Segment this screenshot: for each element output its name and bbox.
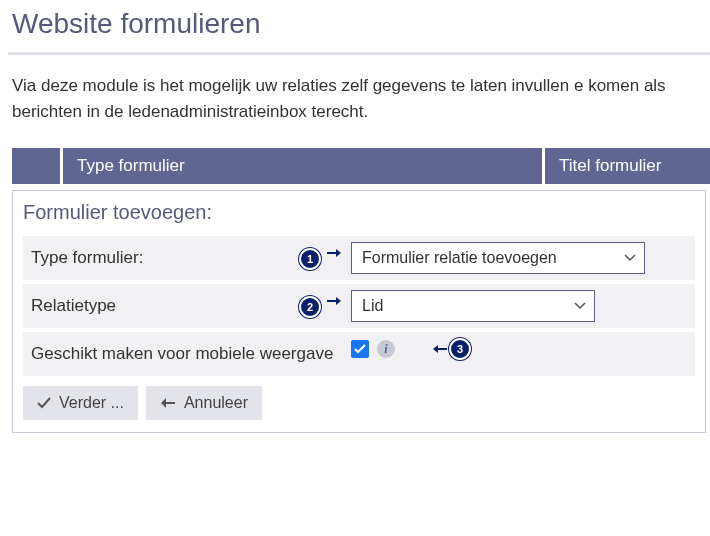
button-row: Verder ... Annuleer <box>23 386 695 420</box>
label-text: Geschikt maken voor mobiele weergave <box>31 344 341 364</box>
callout-1: 1 <box>299 248 321 270</box>
callout-3: 3 <box>449 338 471 360</box>
title-separator <box>8 52 710 55</box>
chevron-down-icon <box>624 254 636 262</box>
check-icon <box>354 344 366 354</box>
next-button[interactable]: Verder ... <box>23 386 138 420</box>
table-header-tabs: Type formulier Titel formulier <box>8 148 710 184</box>
form-heading: Formulier toevoegen: <box>23 201 695 224</box>
button-label: Verder ... <box>59 394 124 412</box>
select-type-formulier[interactable]: Formulier relatie toevoegen <box>351 242 645 274</box>
arrow-right-icon <box>327 248 341 258</box>
select-value: Formulier relatie toevoegen <box>362 249 557 266</box>
label-relatietype: Relatietype 2 <box>31 290 341 318</box>
tab-titel-formulier[interactable]: Titel formulier <box>545 148 710 184</box>
arrow-left-icon <box>433 344 447 354</box>
tab-type-formulier[interactable]: Type formulier <box>63 148 542 184</box>
checkbox-mobile[interactable] <box>351 340 369 358</box>
cancel-button[interactable]: Annuleer <box>146 386 262 420</box>
callout-2: 2 <box>299 296 321 318</box>
chevron-down-icon <box>574 302 586 310</box>
arrow-right-icon <box>327 296 341 306</box>
arrow-left-icon <box>160 397 176 409</box>
tab-spacer[interactable] <box>12 148 60 184</box>
label-text: Relatietype <box>31 296 293 316</box>
button-label: Annuleer <box>184 394 248 412</box>
form-container: Formulier toevoegen: Type formulier: 1 F… <box>12 190 706 433</box>
label-type-formulier: Type formulier: 1 <box>31 242 341 270</box>
form-row-mobile: Geschikt maken voor mobiele weergave i 3 <box>23 332 695 376</box>
svg-marker-7 <box>161 398 166 408</box>
check-icon <box>37 397 51 409</box>
label-text: Type formulier: <box>31 248 293 268</box>
svg-marker-5 <box>433 345 438 353</box>
form-row-type: Type formulier: 1 Formulier relatie toev… <box>23 236 695 280</box>
select-value: Lid <box>362 297 383 314</box>
form-row-relatietype: Relatietype 2 Lid <box>23 284 695 328</box>
select-relatietype[interactable]: Lid <box>351 290 595 322</box>
label-mobile: Geschikt maken voor mobiele weergave <box>31 338 341 364</box>
info-icon[interactable]: i <box>377 340 395 358</box>
intro-text: Via deze module is het mogelijk uw relat… <box>8 73 710 124</box>
page-title: Website formulieren <box>8 8 710 40</box>
